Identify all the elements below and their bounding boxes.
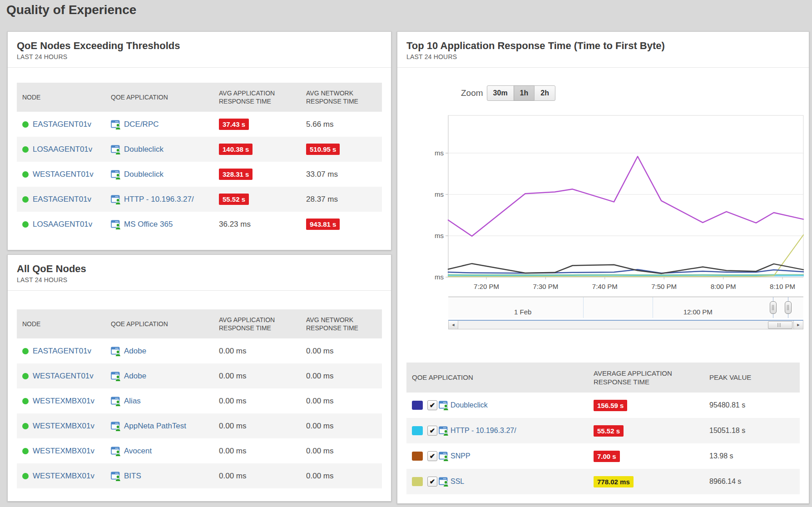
qoe-application-link[interactable]: Doubleclick [124,170,163,179]
qoe-application-link[interactable]: Adobe [124,347,146,356]
table-row: EASTAGENT01v HTTP - 10.196.3.27/ 55.52 s… [17,187,382,212]
svg-text:750.00 ms: 750.00 ms [434,149,444,157]
qoe-application-link[interactable]: AppNeta PathTest [124,422,186,431]
navigator-right-handle[interactable] [785,301,792,314]
node-status-up-icon [22,221,29,228]
node-link[interactable]: WESTEXMBX01v [33,472,94,481]
qoe-application-link[interactable]: Doubleclick [451,401,488,409]
avg-network-response-time-value: 5.66 ms [306,120,333,129]
node-link[interactable]: EASTAGENT01v [33,120,91,129]
qoe-application-icon [111,346,122,357]
avg-network-response-time-value: 0.00 ms [306,347,333,356]
series-color-swatch [412,401,423,410]
table-row: WESTAGENT01v Doubleclick 328.31 s 33.07 … [17,162,382,187]
navigator-date-label: 1 Feb [514,308,531,316]
series-visibility-checkbox[interactable]: ✔ [427,451,437,461]
qoe-application-link[interactable]: SNPP [451,452,470,460]
avg-application-response-time-value: 0.00 ms [219,422,246,431]
panel-subtitle: LAST 24 HOURS [17,276,382,283]
series-color-swatch [412,452,423,461]
table-row: WESTEXMBX01v Alias 0.00 ms 0.00 ms [17,388,382,413]
table-row: WESTEXMBX01v AppNeta PathTest 0.00 ms 0.… [17,413,382,438]
avg-network-response-time-value: 0.00 ms [306,397,333,406]
qoe-application-link[interactable]: Adobe [124,372,146,381]
avg-application-response-time-value: 0.00 ms [219,397,246,406]
avg-network-response-time-value: 510.95 s [306,144,340,155]
average-application-response-time-value: 55.52 s [594,425,624,437]
average-application-response-time-value: 7.00 s [594,451,620,462]
qoe-application-link[interactable]: BITS [124,472,141,481]
svg-text:0.00 ms: 0.00 ms [434,273,444,281]
exceeding-table: NODE QOE APPLICATION AVG APPLICATION RES… [17,83,382,237]
qoe-application-icon [111,471,122,482]
table-row: LOSAAGENT01v Doubleclick 140.38 s 510.95… [17,137,382,162]
avg-application-response-time-value: 0.00 ms [219,347,246,356]
column-header-avg-network-response-time: AVG NETWORK RESPONSE TIME [301,316,382,332]
node-link[interactable]: LOSAAGENT01v [33,145,92,154]
column-header-peak-value: PEAK VALUE [704,373,800,382]
avg-application-response-time-value: 0.00 ms [219,472,246,481]
svg-text:500.00 ms: 500.00 ms [434,190,444,198]
series-visibility-checkbox[interactable]: ✔ [427,426,437,436]
node-link[interactable]: EASTAGENT01v [33,195,91,204]
zoom-1h-button[interactable]: 1h [514,85,535,101]
qoe-application-link[interactable]: SSL [451,477,464,486]
series-visibility-checkbox[interactable]: ✔ [427,477,437,487]
navigator-left-handle[interactable] [770,301,777,314]
node-link[interactable]: LOSAAGENT01v [33,220,92,229]
node-link[interactable]: WESTEXMBX01v [33,447,94,456]
qoe-application-link[interactable]: MS Office 365 [124,220,173,229]
node-status-up-icon [22,348,29,354]
panel-title: All QoE Nodes [17,263,382,275]
zoom-30m-button[interactable]: 30m [487,85,514,101]
node-status-up-icon [22,373,29,379]
chart-scrollbar[interactable]: ◄ ► [448,320,803,329]
response-time-chart[interactable]: 750.00 ms500.00 ms250.00 ms0.00 ms7:20 P… [434,113,810,294]
column-header-avg-application-response-time: AVG APPLICATION RESPONSE TIME [213,89,301,105]
scrollbar-thumb[interactable] [768,321,792,329]
chart-legend-table: QOE APPLICATION AVERAGE APPLICATION RESP… [406,363,800,494]
node-status-up-icon [22,171,29,178]
table-row: LOSAAGENT01v MS Office 365 36.23 ms 943.… [17,212,382,237]
node-status-up-icon [22,398,29,404]
qoe-application-icon [111,169,122,180]
scroll-left-arrow-button[interactable]: ◄ [449,321,458,329]
series-color-swatch [412,426,423,435]
qoe-application-link[interactable]: Alias [124,397,141,406]
avg-network-response-time-value: 28.37 ms [306,195,338,204]
node-link[interactable]: WESTEXMBX01v [33,422,94,431]
svg-text:7:50 PM: 7:50 PM [651,283,677,290]
legend-row: ✔ HTTP - 10.196.3.27/ 55.52 s 15051.18 s [406,418,800,443]
panel-top10-application-response-time: Top 10 Application Response Time (Time t… [397,31,809,504]
avg-application-response-time-value: 0.00 ms [219,372,246,381]
svg-text:7:40 PM: 7:40 PM [592,283,618,290]
qoe-application-icon [111,371,122,382]
node-status-up-icon [22,448,29,454]
qoe-application-link[interactable]: HTTP - 10.196.3.27/ [451,427,516,435]
qoe-application-link[interactable]: DCE/RPC [124,120,159,129]
node-link[interactable]: WESTEXMBX01v [33,397,94,406]
series-visibility-checkbox[interactable]: ✔ [427,400,437,410]
avg-application-response-time-value: 55.52 s [219,194,249,205]
navigator-tick [583,297,584,318]
qoe-application-link[interactable]: Avocent [124,447,152,456]
node-link[interactable]: EASTAGENT01v [33,347,91,356]
svg-text:7:20 PM: 7:20 PM [474,283,499,290]
avg-network-response-time-value: 33.07 ms [306,170,338,179]
node-link[interactable]: WESTAGENT01v [33,372,94,381]
qoe-application-link[interactable]: Doubleclick [124,145,163,154]
panel-subtitle: LAST 24 HOURS [17,53,382,60]
qoe-application-link[interactable]: HTTP - 10.196.3.27/ [124,195,194,204]
page-title: Quality of Experience [6,3,136,17]
zoom-2h-button[interactable]: 2h [534,85,555,101]
scroll-right-arrow-button[interactable]: ► [793,321,803,329]
node-link[interactable]: WESTAGENT01v [33,170,94,179]
navigator-time-label: 12:00 PM [683,308,713,316]
column-header-avg-network-response-time: AVG NETWORK RESPONSE TIME [301,89,382,105]
table-row: EASTAGENT01v Adobe 0.00 ms 0.00 ms [17,338,382,363]
node-status-up-icon [22,146,29,153]
qoe-application-icon [439,451,450,462]
chart-navigator[interactable]: 1 Feb 12:00 PM [448,297,803,318]
legend-row: ✔ SNPP 7.00 s 13.98 s [406,443,800,469]
exceeding-table-body: EASTAGENT01v DCE/RPC 37.43 s 5.66 ms LOS… [17,112,382,237]
